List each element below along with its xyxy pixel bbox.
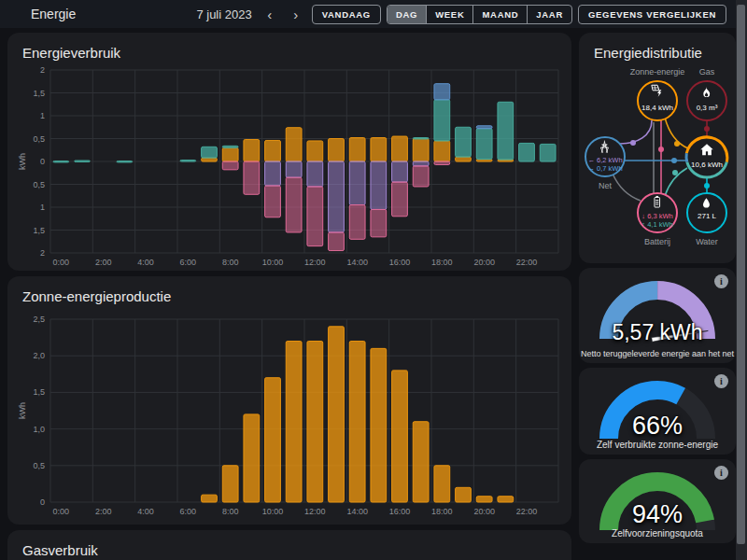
svg-text:16:00: 16:00 bbox=[389, 507, 411, 516]
dot-battery-to-home bbox=[672, 170, 678, 175]
svg-text:12:00: 12:00 bbox=[304, 507, 326, 516]
info-icon[interactable]: i bbox=[714, 374, 728, 388]
dot-grid-to-home bbox=[671, 158, 677, 163]
svg-text:16:00: 16:00 bbox=[389, 258, 411, 267]
dot-solar-to-home bbox=[674, 141, 680, 147]
grid-return-gauge-card: i 5,57 kWh Netto teruggeleverde energie … bbox=[579, 268, 736, 363]
water-label: Water bbox=[696, 237, 718, 246]
gas-node-circle[interactable] bbox=[687, 81, 726, 120]
gauge-caption: Zelfvoorzieningsquota bbox=[579, 528, 736, 539]
gas-value: 0,3 m³ bbox=[697, 104, 718, 112]
svg-text:14:00: 14:00 bbox=[346, 507, 368, 516]
period-week[interactable]: WEEK bbox=[427, 6, 473, 23]
self-consumed-solar-gauge-card: i 66% Zelf verbruikte zonne-energie bbox=[579, 368, 736, 455]
period-selector: DAG WEEK MAAND JAAR bbox=[387, 5, 572, 24]
dot-gas-to-home bbox=[704, 126, 710, 132]
svg-text:0,5: 0,5 bbox=[33, 180, 45, 189]
period-jaar[interactable]: JAAR bbox=[528, 6, 571, 23]
gauge-caption: Netto teruggeleverde energie aan het net bbox=[579, 349, 736, 358]
svg-text:1,5: 1,5 bbox=[33, 387, 45, 397]
header-controls: 7 juli 2023 ‹ › VANDAAG DAG WEEK MAAND J… bbox=[196, 4, 726, 24]
today-button[interactable]: VANDAAG bbox=[312, 5, 381, 24]
energy-usage-card: Energieverbruik 21,510,500,511,520:002:0… bbox=[7, 33, 571, 271]
svg-text:0,5: 0,5 bbox=[33, 461, 45, 470]
svg-text:2: 2 bbox=[40, 248, 45, 258]
svg-text:1,0: 1,0 bbox=[33, 425, 45, 434]
svg-text:20:00: 20:00 bbox=[473, 258, 495, 267]
svg-text:22:00: 22:00 bbox=[516, 258, 538, 267]
self-sufficiency-gauge-card: i 94% Zelfvoorzieningsquota bbox=[579, 459, 736, 543]
page-scrollbar[interactable] bbox=[736, 0, 747, 560]
flow-solar-to-grid bbox=[620, 120, 652, 144]
svg-text:0: 0 bbox=[40, 497, 45, 507]
usage-chart[interactable]: 21,510,500,511,520:002:004:006:008:0010:… bbox=[15, 63, 564, 271]
svg-text:22:00: 22:00 bbox=[516, 507, 538, 516]
svg-text:10:00: 10:00 bbox=[262, 507, 284, 516]
solar-node-circle[interactable] bbox=[638, 81, 677, 120]
gauge-value: 66% bbox=[579, 412, 736, 441]
grid-out-value: → 0,7 kWh bbox=[587, 164, 622, 173]
grid-in-value: ← 6,2 kWh bbox=[587, 156, 622, 164]
prev-date-button[interactable]: ‹ bbox=[260, 4, 280, 24]
info-icon[interactable]: i bbox=[714, 466, 728, 480]
water-value: 271 L bbox=[698, 212, 717, 220]
svg-text:2:00: 2:00 bbox=[95, 507, 112, 516]
battery-in-value: ↓ 6,3 kWh bbox=[641, 212, 672, 220]
gas-chart-title: Gasverbruik bbox=[7, 530, 571, 560]
page-title: Energie bbox=[31, 7, 76, 21]
dot-home-to-water bbox=[704, 183, 710, 189]
energy-distribution-card: Energiedistributie bbox=[579, 33, 736, 263]
left-column: Energieverbruik 21,510,500,511,520:002:0… bbox=[7, 33, 571, 560]
svg-text:2,5: 2,5 bbox=[33, 315, 45, 324]
svg-text:6:00: 6:00 bbox=[180, 258, 197, 267]
svg-text:8:00: 8:00 bbox=[222, 507, 239, 516]
svg-text:14:00: 14:00 bbox=[346, 258, 368, 267]
svg-text:2,0: 2,0 bbox=[33, 351, 45, 360]
solar-production-card: Zonne-energieproductie 2,52,01,51,00,500… bbox=[7, 276, 571, 525]
home-ring-grid bbox=[686, 153, 687, 162]
period-dag[interactable]: DAG bbox=[388, 6, 427, 23]
home-value: 10,6 kWh bbox=[691, 161, 723, 169]
svg-text:0:00: 0:00 bbox=[53, 258, 70, 267]
dot-solar-to-grid bbox=[630, 140, 636, 146]
distribution-graph: 18,4 kWh 0,3 m³ ← 6,2 kWh → 0,7 kWh 10,6… bbox=[579, 63, 736, 259]
svg-text:18:00: 18:00 bbox=[431, 258, 453, 267]
info-icon[interactable]: i bbox=[714, 274, 728, 288]
compare-data-button[interactable]: GEGEVENS VERGELIJKEN bbox=[578, 5, 726, 24]
svg-text:1: 1 bbox=[40, 111, 45, 120]
svg-text:1,5: 1,5 bbox=[33, 226, 45, 235]
scrollbar-thumb[interactable] bbox=[737, 5, 745, 544]
svg-text:12:00: 12:00 bbox=[304, 258, 326, 267]
gauge-value: 94% bbox=[579, 500, 736, 529]
svg-text:2:00: 2:00 bbox=[95, 258, 112, 267]
svg-text:1: 1 bbox=[40, 203, 45, 212]
battery-label: Batterij bbox=[644, 237, 670, 246]
gauge-value: 5,57 kWh bbox=[579, 320, 736, 345]
svg-text:20:00: 20:00 bbox=[473, 507, 495, 516]
period-maand[interactable]: MAAND bbox=[473, 6, 528, 23]
date-label: 7 juli 2023 bbox=[196, 7, 251, 21]
gas-usage-card: Gasverbruik bbox=[7, 530, 571, 560]
svg-text:8:00: 8:00 bbox=[222, 258, 239, 267]
gauge-caption: Zelf verbruikte zonne-energie bbox=[579, 440, 736, 450]
gas-label: Gas bbox=[699, 67, 715, 77]
dashboard-content: Energieverbruik 21,510,500,511,520:002:0… bbox=[0, 28, 736, 560]
svg-text:2: 2 bbox=[40, 65, 45, 75]
svg-text:4:00: 4:00 bbox=[137, 507, 154, 516]
svg-text:1,5: 1,5 bbox=[33, 89, 45, 98]
svg-text:kWh: kWh bbox=[18, 402, 27, 419]
usage-chart-title: Energieverbruik bbox=[7, 33, 571, 63]
solar-chart[interactable]: 2,52,01,51,00,500:002:004:006:008:0010:0… bbox=[15, 307, 564, 524]
flow-grid-to-battery-curve bbox=[613, 174, 641, 201]
battery-out-value: ↑ 4,1 kWh bbox=[641, 220, 672, 229]
svg-text:kWh: kWh bbox=[18, 153, 27, 170]
next-date-button[interactable]: › bbox=[286, 4, 306, 24]
solar-label: Zonne-energie bbox=[630, 67, 685, 77]
svg-text:0: 0 bbox=[40, 157, 45, 166]
right-column: Energiedistributie bbox=[579, 33, 736, 560]
svg-text:18:00: 18:00 bbox=[431, 507, 453, 516]
grid-label: Net bbox=[599, 181, 613, 190]
app-header: Energie 7 juli 2023 ‹ › VANDAAG DAG WEEK… bbox=[0, 0, 736, 28]
solar-value: 18,4 kWh bbox=[641, 104, 673, 112]
svg-text:0,5: 0,5 bbox=[33, 134, 45, 144]
